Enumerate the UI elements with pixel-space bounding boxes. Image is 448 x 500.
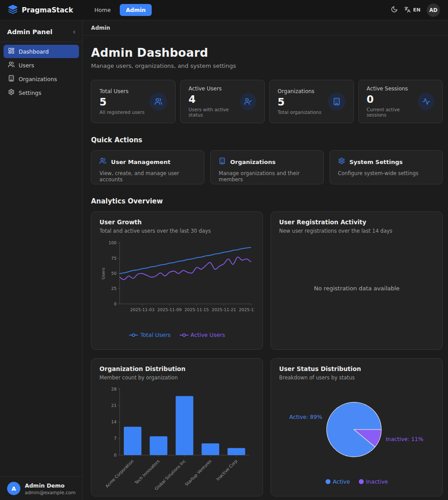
legend-item[interactable]: Active Users <box>180 332 225 338</box>
navbar-right: EN AD <box>391 4 440 17</box>
svg-text:Inactive Corp: Inactive Corp <box>215 458 238 481</box>
stat-label: Active Sessions <box>367 86 418 92</box>
top-navbar: PragmaStack Home Admin EN AD <box>0 0 448 20</box>
svg-text:2025-11-27: 2025-11-27 <box>239 307 255 312</box>
svg-text:14: 14 <box>111 419 117 424</box>
legend-dot-icon <box>359 479 364 484</box>
analytics-heading: Analytics Overview <box>91 197 443 205</box>
layers-logo-icon <box>8 4 18 16</box>
chart-title: Organization Distribution <box>99 365 255 372</box>
stat-card-active-users: Active Users 4 Users with active status <box>180 80 265 123</box>
quick-action-desc: Manage organizations and their members <box>219 170 315 183</box>
stat-text: Organizations 5 Total organizations <box>278 88 322 115</box>
user-avatar[interactable]: AD <box>427 4 440 17</box>
quick-action-organizations[interactable]: Organizations Manage organizations and t… <box>210 150 324 184</box>
sidebar-header: Admin Panel ‹ <box>0 20 83 42</box>
empty-state-message: No registration data available <box>279 234 434 343</box>
svg-text:2025-11-15: 2025-11-15 <box>185 307 209 312</box>
language-selector[interactable]: EN <box>404 6 420 14</box>
building-icon <box>8 75 15 83</box>
stat-desc: Total organizations <box>278 109 322 115</box>
svg-text:Startup Ventures: Startup Ventures <box>184 458 212 487</box>
legend-item[interactable]: Total Users <box>129 332 170 338</box>
chart-legend: ActiveInactive <box>279 478 434 485</box>
stat-label: Active Users <box>189 86 240 92</box>
svg-text:Tech Innovators: Tech Innovators <box>134 458 161 485</box>
pie-chart: Active: 89%Inactive: 11% <box>279 385 434 474</box>
gear-icon <box>8 89 15 97</box>
nav-link-home[interactable]: Home <box>90 4 115 16</box>
quick-action-desc: View, create, and manage user accounts <box>99 170 196 183</box>
gear-icon <box>338 157 345 166</box>
stat-value: 0 <box>367 94 418 105</box>
chart-subtitle: New user registrations over the last 14 … <box>279 228 434 234</box>
legend-marker-icon <box>129 333 138 337</box>
stats-grid: Total Users 5 All registered users Activ… <box>91 80 443 123</box>
user-name: Admin Demo <box>25 482 75 489</box>
breadcrumb[interactable]: Admin <box>91 25 110 31</box>
svg-text:25: 25 <box>111 286 117 291</box>
legend-item[interactable]: Active <box>326 478 350 485</box>
stat-card-organizations: Organizations 5 Total organizations <box>269 80 354 123</box>
users-icon <box>99 157 106 166</box>
legend-dot-icon <box>326 479 330 484</box>
chart-title: User Registration Activity <box>279 219 434 226</box>
main-area: Admin Admin Dashboard Manage users, orga… <box>83 20 448 500</box>
legend-item[interactable]: Inactive <box>359 478 388 485</box>
quick-action-title: Organizations <box>230 159 275 165</box>
stat-label: Organizations <box>278 88 322 94</box>
chart-legend: Total UsersActive Users <box>99 332 255 338</box>
user-growth-card: User Growth Total and active users over … <box>91 211 263 350</box>
sidebar-item-label: Dashboard <box>19 48 49 55</box>
org-distribution-card: Organization Distribution Member count b… <box>91 358 263 496</box>
quick-action-title: System Settings <box>350 159 403 165</box>
svg-text:21: 21 <box>111 403 117 408</box>
svg-text:0: 0 <box>114 301 117 306</box>
svg-text:2025-11-03: 2025-11-03 <box>130 307 155 312</box>
chart-title: User Status Distribution <box>279 365 434 372</box>
chart-title: User Growth <box>99 219 255 226</box>
quick-actions-heading: Quick Actions <box>91 136 443 144</box>
legend-marker-icon <box>180 333 189 337</box>
stat-desc: All registered users <box>99 109 144 115</box>
brand-name: PragmaStack <box>22 6 73 14</box>
sidebar-item-users[interactable]: Users <box>4 59 79 72</box>
users-icon <box>149 93 167 110</box>
user-check-icon <box>240 93 256 110</box>
sidebar-item-label: Settings <box>19 90 41 96</box>
sidebar-item-settings[interactable]: Settings <box>4 86 79 99</box>
chart-subtitle: Member count by organization <box>99 375 255 381</box>
sidebar-item-organizations[interactable]: Organizations <box>4 72 79 86</box>
sidebar-item-dashboard[interactable]: Dashboard <box>4 45 79 58</box>
sidebar-user[interactable]: A Admin Demo admin@example.com <box>0 477 83 500</box>
language-code: EN <box>413 7 420 13</box>
brand[interactable]: PragmaStack <box>8 4 73 16</box>
svg-text:50: 50 <box>111 271 117 276</box>
sidebar-user-info: Admin Demo admin@example.com <box>25 482 75 495</box>
svg-text:Acme Corporation: Acme Corporation <box>105 458 135 488</box>
dark-mode-toggle[interactable] <box>391 6 398 14</box>
page-title: Admin Dashboard <box>91 46 443 59</box>
sidebar: Admin Panel ‹ Dashboard <box>0 20 83 500</box>
building-icon <box>328 93 346 110</box>
stat-desc: Current active sessions <box>367 107 418 117</box>
svg-text:Active: 89%: Active: 89% <box>290 414 322 420</box>
nav-link-admin[interactable]: Admin <box>120 4 152 16</box>
stat-desc: Users with active status <box>189 107 240 117</box>
sidebar-collapse-button[interactable]: ‹ <box>73 29 75 35</box>
sidebar-item-label: Organizations <box>19 76 57 82</box>
sidebar-item-label: Users <box>19 62 34 69</box>
svg-text:2025-11-21: 2025-11-21 <box>212 307 236 312</box>
svg-text:2025-11-09: 2025-11-09 <box>157 307 182 312</box>
chart-subtitle: Breakdown of users by status <box>279 375 434 381</box>
quick-action-user-management[interactable]: User Management View, create, and manage… <box>91 150 204 184</box>
stat-card-active-sessions: Active Sessions 0 Current active session… <box>358 80 443 123</box>
stat-value: 5 <box>278 96 322 108</box>
avatar: A <box>7 482 20 495</box>
svg-text:75: 75 <box>111 256 117 261</box>
svg-text:7: 7 <box>114 436 117 441</box>
quick-action-system-settings[interactable]: System Settings Configure system-wide se… <box>330 150 443 184</box>
user-email: admin@example.com <box>25 490 75 495</box>
page-content: Admin Dashboard Manage users, organizati… <box>83 35 448 500</box>
users-icon <box>8 61 15 69</box>
